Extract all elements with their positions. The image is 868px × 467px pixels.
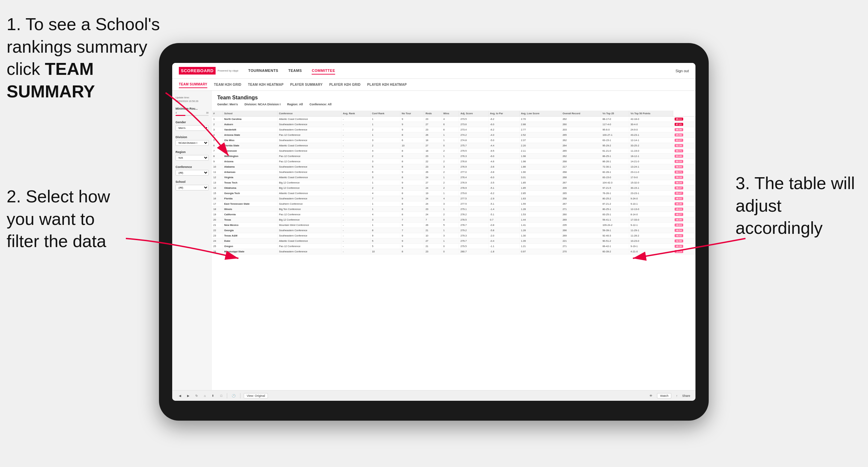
table-row: 20 Texas Big 12 Conference - 3 7 7 0 278… xyxy=(212,217,695,223)
avg-par-cell: 1.85 xyxy=(520,185,561,191)
conf-rank-cell: 2 xyxy=(371,185,400,191)
school-select[interactable]: (All) xyxy=(176,185,209,190)
rank-cell: 8 xyxy=(212,154,223,159)
conference-select[interactable]: (All) xyxy=(176,170,209,176)
wins-cell: 1 xyxy=(442,138,459,143)
table-row: 22 Georgia Southeastern Conference - 8 7… xyxy=(212,228,695,233)
vs25-cell: 9-24-0 xyxy=(629,196,673,201)
avg-par-cell: 2.70 xyxy=(520,117,561,122)
sub-nav-player-h2h-heatmap[interactable]: PLAYER H2H HEATMAP xyxy=(367,82,407,88)
forward-btn[interactable]: ▶ xyxy=(186,394,191,398)
avg-par-cell: 1.86 xyxy=(520,164,561,169)
conf-rank-cell: 4 xyxy=(371,191,400,196)
nav-teams[interactable]: TEAMS xyxy=(288,67,302,74)
rnds-cell: 24 xyxy=(424,175,442,180)
home-btn[interactable]: ⌂ xyxy=(203,394,207,398)
back-btn[interactable]: ◀ xyxy=(178,394,183,398)
vs25-cell: 18-12-1 xyxy=(629,154,673,159)
rnds-cell: 27 xyxy=(424,122,442,127)
rank-cell: 5 xyxy=(212,138,223,143)
gender-select[interactable]: Men's xyxy=(176,125,209,131)
rounds-slider-container: 4 30 xyxy=(176,112,209,116)
vs25-cell: 4-21-0 xyxy=(629,249,673,254)
adj-score-cell: 277.0 xyxy=(459,169,489,175)
sub-nav-team-h2h-grid[interactable]: TEAM H2H GRID xyxy=(214,82,241,88)
no-tour-cell: 9 xyxy=(400,239,424,244)
watch-button[interactable]: Watch xyxy=(657,393,671,399)
avg-rank-cell: - xyxy=(341,217,371,223)
overall-cell: 83-25-1 xyxy=(601,212,629,217)
reload-btn[interactable]: ↻ xyxy=(194,394,199,398)
conf-rank-cell: 5 xyxy=(371,164,400,169)
share-small-btn[interactable]: ⬆ xyxy=(210,394,216,398)
points-badge: 60.33 xyxy=(675,160,683,163)
points-badge: 48.84 xyxy=(675,224,683,226)
step2-line2: you want to xyxy=(7,208,110,230)
avg-rank-cell: - xyxy=(341,159,371,164)
avg-rank-cell: - xyxy=(341,175,371,180)
view-original-button[interactable]: View: Original xyxy=(244,393,268,399)
adj-score-cell: 277.5 xyxy=(459,196,489,201)
table-body: 1 North Carolina Atlantic Coast Conferen… xyxy=(212,117,695,254)
points-badge: 38.13 xyxy=(675,250,683,253)
nav-committee[interactable]: COMMITTEE xyxy=(312,67,335,74)
overall-cell: 76-26-1 xyxy=(601,191,629,196)
sub-nav-player-h2h-grid[interactable]: PLAYER H2H GRID xyxy=(329,82,361,88)
avg-par-cell: 1.90 xyxy=(520,169,561,175)
conference-cell: Southeastern Conference xyxy=(278,169,341,175)
share-button[interactable]: Share xyxy=(682,394,690,398)
score-cell: -1.8 xyxy=(489,249,519,254)
conference-filter: Conference: All xyxy=(309,103,332,106)
table-header-row: # School Conference Avg. Rank Conf Rank … xyxy=(212,111,695,117)
standings-table: # School Conference Avg. Rank Conf Rank … xyxy=(212,111,695,254)
rounds-slider[interactable] xyxy=(176,115,209,116)
conf-rank-cell: 1 xyxy=(371,122,400,127)
bookmark-btn[interactable]: □ xyxy=(219,394,223,398)
wins-cell: 4 xyxy=(442,196,459,201)
region-select[interactable]: N/A xyxy=(176,155,209,161)
sub-nav-player-summary[interactable]: PLAYER SUMMARY xyxy=(290,82,322,88)
no-tour-cell: 9 xyxy=(400,127,424,132)
gender-section: Gender Men's xyxy=(176,121,209,131)
points-cell: 40.38 xyxy=(673,244,695,249)
avg-par-cell: 1.44 xyxy=(520,217,561,223)
points-badge: 89.11 xyxy=(675,118,683,121)
overall-cell: 88-17-0 xyxy=(601,117,629,122)
nav-tournaments[interactable]: TOURNAMENTS xyxy=(248,67,279,74)
no-tour-cell: 9 xyxy=(400,233,424,239)
col-points: Vs Top 50 Points xyxy=(629,111,673,117)
conference-cell: Big 12 Conference xyxy=(278,185,341,191)
eye-icon: 👁 xyxy=(648,394,654,398)
no-tour-cell: 9 xyxy=(400,244,424,249)
vs25-cell: 12-14-1 xyxy=(629,138,673,143)
logo: SCOREBOARD xyxy=(179,67,216,74)
conference-cell: Southeastern Conference xyxy=(278,148,341,154)
rank-cell: 20 xyxy=(212,217,223,223)
division-select[interactable]: NCAA Division I xyxy=(176,140,209,146)
points-cell: 49.24 xyxy=(673,207,695,212)
no-tour-cell: 8 xyxy=(400,159,424,164)
rank-cell: 1 xyxy=(212,117,223,122)
school-cell: California xyxy=(223,212,278,217)
sub-nav-team-h2h-heatmap[interactable]: TEAM H2H HEATMAP xyxy=(248,82,283,88)
rank-cell: 22 xyxy=(212,228,223,233)
points-cell: 46.02 xyxy=(673,196,695,201)
avg-low-cell: 267 xyxy=(561,180,601,185)
points-cell: 60.71 xyxy=(673,169,695,175)
wins-cell: 1 xyxy=(442,175,459,180)
rank-cell: 23 xyxy=(212,233,223,239)
adj-score-cell: 273.4 xyxy=(459,127,489,132)
rnds-cell: 26 xyxy=(424,169,442,175)
no-tour-cell: 9 xyxy=(400,122,424,127)
points-cell: 48.27 xyxy=(673,212,695,217)
vs25-cell: 14-21-0 xyxy=(629,159,673,164)
conf-rank-cell: 7 xyxy=(371,196,400,201)
vs25-cell: 10-23-0 xyxy=(629,239,673,244)
avg-par-cell: 1.21 xyxy=(520,244,561,249)
conference-cell: Big Ten Conference xyxy=(278,207,341,212)
avg-low-cell: 209 xyxy=(561,185,601,191)
no-tour-cell: 10 xyxy=(400,143,424,148)
school-cell: Washington xyxy=(223,154,278,159)
sub-nav-team-summary[interactable]: TEAM SUMMARY xyxy=(179,81,207,88)
sign-out-button[interactable]: Sign out xyxy=(676,69,689,73)
